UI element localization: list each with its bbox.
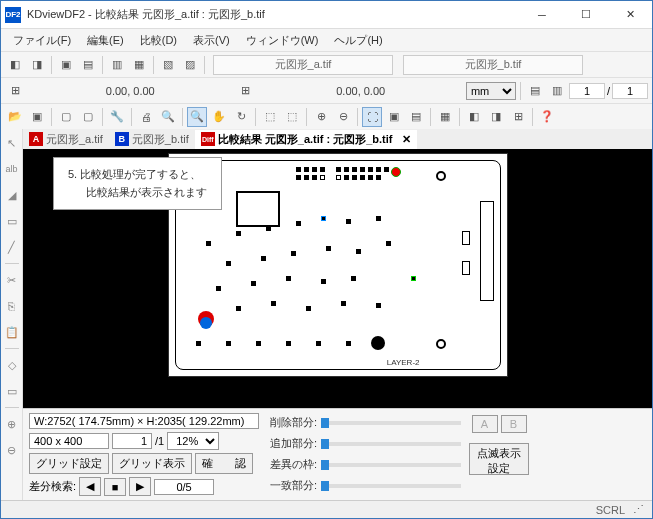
page-b[interactable]: 1 [612,83,648,99]
doc-icon[interactable]: ▢ [56,107,76,127]
side-toolbar: ↖ alb ◢ ▭ ╱ ✂ ⎘ 📋 ◇ ▭ ⊕ ⊖ [1,129,23,500]
zoom-out-icon[interactable]: ⊖ [333,107,353,127]
doc-tabs: A 元図形_a.tif B 元図形_b.tif Diff 比較結果 元図形_a.… [23,129,652,149]
confirm-button[interactable]: 確 認 [195,453,253,474]
menu-file[interactable]: ファイル(F) [7,31,77,50]
tool-icon[interactable]: ▧ [158,55,178,75]
tool-icon[interactable]: ⊕ [2,414,22,434]
ruler-icon[interactable]: ⊞ [235,81,255,101]
copy-icon[interactable]: ⎘ [2,296,22,316]
tool-icon[interactable]: ⊖ [2,440,22,460]
unit-select[interactable]: mm [466,82,516,100]
line-icon[interactable]: ╱ [2,237,22,257]
bottom-panel: W:2752( 174.75mm) × H:2035( 129.22mm) /1… [23,408,652,500]
prev-button[interactable]: ◀ [79,477,101,496]
tooltip-line1: 5. 比較処理が完了すると、 [68,166,207,184]
scrl-label: SCRL [596,504,625,516]
cut-icon[interactable]: ✂ [2,270,22,290]
view-icon[interactable]: ◧ [464,107,484,127]
note-icon[interactable]: ▭ [2,211,22,231]
next-button[interactable]: ▶ [129,477,151,496]
canvas-area[interactable]: 5. 比較処理が完了すると、 比較結果が表示されます [23,149,652,408]
fit-icon[interactable]: ⛶ [362,107,382,127]
b-button[interactable]: B [501,415,527,433]
resize-grip[interactable]: ⋰ [633,503,644,516]
cursor-icon[interactable]: ↖ [2,133,22,153]
tool-icon[interactable]: ▦ [129,55,149,75]
wrench-icon[interactable]: 🔧 [107,107,127,127]
view-icon[interactable]: ⊞ [508,107,528,127]
view-icon[interactable]: ◨ [486,107,506,127]
tab-close-icon[interactable]: ✕ [402,133,411,146]
paste-icon[interactable]: 📋 [2,322,22,342]
open-icon[interactable]: 📂 [5,107,25,127]
view-icon[interactable]: ▦ [435,107,455,127]
a-button[interactable]: A [472,415,498,433]
layers-icon[interactable]: ▣ [27,107,47,127]
slash: / [607,85,610,97]
menu-window[interactable]: ウィンドウ(W) [240,31,325,50]
zoom-select[interactable]: 12% [167,432,219,450]
statusbar: SCRL ⋰ [1,500,652,518]
tool-icon[interactable]: ◨ [27,55,47,75]
layer-label: LAYER-2 [387,358,420,367]
tab-b[interactable]: B 元図形_b.tif [109,130,195,149]
diff-icon: Diff [201,132,215,146]
match-label: 一致部分: [267,478,317,493]
menu-edit[interactable]: 編集(E) [81,31,130,50]
blink-button[interactable]: 点滅表示 設定 [469,443,529,475]
instruction-tooltip: 5. 比較処理が完了すると、 比較結果が表示されます [53,157,222,210]
toolbar-2: 📂 ▣ ▢ ▢ 🔧 🖨 🔍 🔍 ✋ ↻ ⬚ ⬚ ⊕ ⊖ ⛶ ▣ ▤ ▦ ◧ ◨ … [1,103,652,129]
select-icon[interactable]: ⬚ [282,107,302,127]
match-slider[interactable] [321,484,461,488]
help-icon[interactable]: ❓ [537,107,557,127]
menu-view[interactable]: 表示(V) [187,31,236,50]
shape-icon[interactable]: ◇ [2,355,22,375]
frame-slider[interactable] [321,463,461,467]
grid-input[interactable] [29,433,109,449]
tooltip-line2: 比較結果が表示されます [68,184,207,202]
select-icon[interactable]: ⬚ [260,107,280,127]
maximize-button[interactable]: ☐ [564,1,608,29]
ruler-icon[interactable]: ⊞ [5,81,25,101]
shape-icon[interactable]: ▭ [2,381,22,401]
preview-icon[interactable]: 🔍 [158,107,178,127]
fit-icon[interactable]: ▤ [406,107,426,127]
doc-icon[interactable]: ▢ [78,107,98,127]
dims-label: W:2752( 174.75mm) × H:2035( 129.22mm) [29,413,259,429]
text-icon[interactable]: alb [2,159,22,179]
rotate-icon[interactable]: ↻ [231,107,251,127]
tab-a[interactable]: A 元図形_a.tif [23,130,109,149]
tool-icon[interactable]: ▥ [107,55,127,75]
zoom-in-icon[interactable]: ⊕ [311,107,331,127]
add-slider[interactable] [321,442,461,446]
tool-icon[interactable]: ▣ [56,55,76,75]
hilite-icon[interactable]: ◢ [2,185,22,205]
zoom-icon[interactable]: 🔍 [187,107,207,127]
close-button[interactable]: ✕ [608,1,652,29]
page-input[interactable] [112,433,152,449]
file-b-label: 元図形_b.tif [403,55,583,75]
tool-icon[interactable]: ▨ [180,55,200,75]
menubar: ファイル(F) 編集(E) 比較(D) 表示(V) ウィンドウ(W) ヘルプ(H… [1,29,652,51]
minimize-button[interactable]: ─ [520,1,564,29]
tab-diff[interactable]: Diff 比較結果 元図形_a.tif : 元図形_b.tif ✕ [195,130,417,149]
page-a[interactable]: 1 [569,83,605,99]
frame-label: 差異の枠: [267,457,317,472]
grid-show-button[interactable]: グリッド表示 [112,453,192,474]
b-icon: B [115,132,129,146]
page-icon[interactable]: ▤ [525,81,545,101]
tool-icon[interactable]: ▤ [78,55,98,75]
grid-set-button[interactable]: グリッド設定 [29,453,109,474]
menu-compare[interactable]: 比較(D) [134,31,183,50]
fit-icon[interactable]: ▣ [384,107,404,127]
print-icon[interactable]: 🖨 [136,107,156,127]
page-icon[interactable]: ▥ [547,81,567,101]
a-icon: A [29,132,43,146]
stop-button[interactable]: ■ [104,478,126,496]
del-slider[interactable] [321,421,461,425]
menu-help[interactable]: ヘルプ(H) [328,31,388,50]
tool-icon[interactable]: ◧ [5,55,25,75]
tab-diff-label: 比較結果 元図形_a.tif : 元図形_b.tif [218,132,393,147]
hand-icon[interactable]: ✋ [209,107,229,127]
